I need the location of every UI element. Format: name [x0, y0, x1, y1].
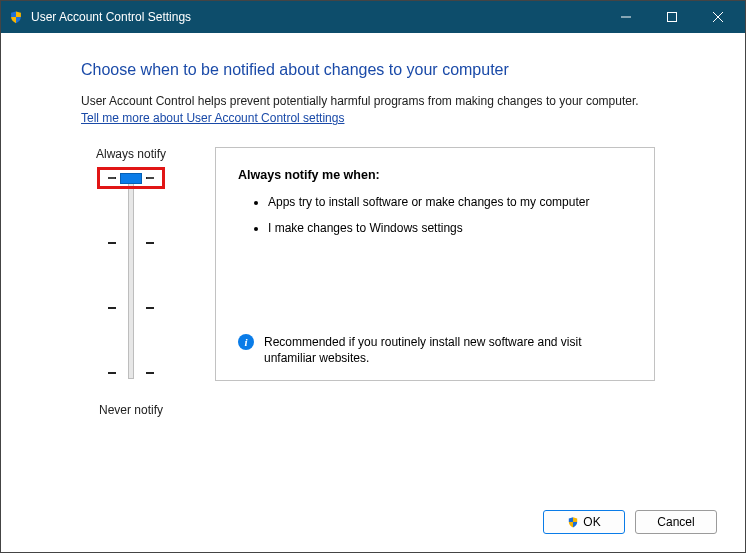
window-title: User Account Control Settings — [31, 10, 603, 24]
ok-button[interactable]: OK — [543, 510, 625, 534]
panel-title: Always notify me when: — [238, 168, 632, 182]
svg-rect-1 — [668, 13, 677, 22]
content-area: Choose when to be notified about changes… — [1, 33, 745, 508]
slider-label-bottom: Never notify — [99, 403, 163, 417]
panel-bullet: I make changes to Windows settings — [268, 220, 598, 236]
slider-tick — [146, 307, 154, 309]
minimize-button[interactable] — [603, 1, 649, 33]
uac-shield-icon — [567, 516, 579, 528]
learn-more-link[interactable]: Tell me more about User Account Control … — [81, 111, 685, 125]
window: User Account Control Settings Choose whe… — [0, 0, 746, 553]
notification-slider[interactable] — [96, 169, 166, 387]
cancel-button[interactable]: Cancel — [635, 510, 717, 534]
page-description: User Account Control helps prevent poten… — [81, 93, 641, 109]
dialog-footer: OK Cancel — [1, 508, 745, 552]
recommendation-text: Recommended if you routinely install new… — [264, 334, 594, 366]
page-heading: Choose when to be notified about changes… — [81, 61, 685, 79]
panel-bullet: Apps try to install software or make cha… — [268, 194, 598, 210]
slider-label-top: Always notify — [96, 147, 166, 161]
cancel-button-label: Cancel — [657, 515, 694, 529]
slider-tick — [146, 242, 154, 244]
slider-track — [128, 177, 134, 379]
panel-bullet-list: Apps try to install software or make cha… — [268, 194, 632, 246]
uac-shield-icon — [9, 10, 23, 24]
notification-slider-column: Always notify — [81, 147, 181, 417]
maximize-button[interactable] — [649, 1, 695, 33]
recommendation-row: i Recommended if you routinely install n… — [238, 334, 632, 366]
slider-dash-icon — [108, 177, 115, 179]
slider-tick — [108, 372, 116, 374]
slider-thumb-highlight — [97, 167, 165, 189]
slider-dash-icon — [147, 177, 154, 179]
close-button[interactable] — [695, 1, 741, 33]
slider-tick — [108, 307, 116, 309]
slider-thumb[interactable] — [120, 173, 142, 184]
slider-tick — [108, 242, 116, 244]
ok-button-label: OK — [583, 515, 600, 529]
settings-row: Always notify — [81, 147, 685, 417]
slider-tick — [146, 372, 154, 374]
titlebar: User Account Control Settings — [1, 1, 745, 33]
info-icon: i — [238, 334, 254, 350]
level-description-panel: Always notify me when: Apps try to insta… — [215, 147, 655, 381]
